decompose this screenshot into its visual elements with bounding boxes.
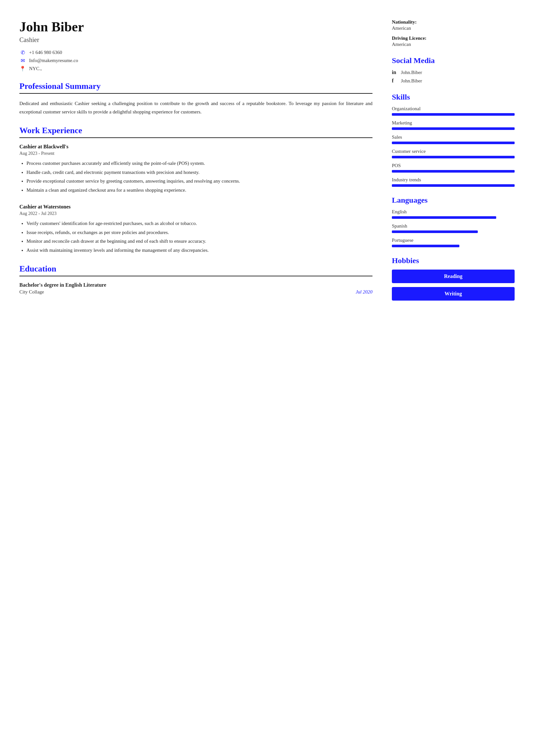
- location-item: 📍 NYC.,: [19, 66, 372, 72]
- job-2-dates: Aug 2022 - Jul 2023: [19, 211, 372, 216]
- candidate-name: John Biber: [19, 19, 372, 34]
- contact-list: ✆ +1 646 980 6360 ✉ Info@makemyresume.co…: [19, 49, 372, 72]
- lang-spanish-name: Spanish: [392, 223, 515, 229]
- skill-sales-bar: [392, 142, 515, 144]
- skill-customer-service-bar: [392, 156, 515, 158]
- skills-title: Skills: [392, 93, 515, 101]
- skill-organizational-name: Organizational: [392, 106, 515, 112]
- summary-section-title: Professional Summary: [19, 81, 372, 91]
- candidate-job-title: Cashier: [19, 36, 372, 44]
- linkedin-icon: in: [392, 69, 398, 75]
- lang-english: English: [392, 209, 515, 219]
- skill-industry-trends: Industry trends: [392, 177, 515, 187]
- work-experience-divider: [19, 137, 372, 138]
- edu-degree: Bachelor's degree in English Literature: [19, 282, 372, 288]
- nationality-label: Nationality:: [392, 19, 515, 25]
- location-value: NYC.,: [29, 66, 42, 71]
- skill-marketing: Marketing: [392, 120, 515, 130]
- hobby-reading: Reading: [392, 270, 515, 283]
- hobbies-section: Hobbies Reading Writing: [392, 256, 515, 301]
- facebook-icon: f: [392, 78, 398, 84]
- job-1-duty-3: Provide exceptional customer service by …: [27, 177, 372, 185]
- linkedin-value: John.Biber: [401, 70, 422, 75]
- skill-customer-service: Customer service: [392, 149, 515, 158]
- skill-pos: POS: [392, 163, 515, 173]
- email-item: ✉ Info@makemyresume.co: [19, 58, 372, 64]
- skill-industry-trends-bar: [392, 184, 515, 187]
- edu-school-row: City Collage Jul 2020: [19, 289, 372, 295]
- work-experience-section-title: Work Experience: [19, 126, 372, 135]
- phone-icon: ✆: [19, 49, 26, 56]
- job-2-duties: Verify customers' identification for age…: [27, 220, 372, 255]
- edu-date: Jul 2020: [356, 289, 372, 295]
- skill-customer-service-name: Customer service: [392, 149, 515, 154]
- summary-text: Dedicated and enthusiastic Cashier seeki…: [19, 99, 372, 116]
- skill-sales: Sales: [392, 134, 515, 144]
- facebook-item: f John.Biber: [392, 78, 515, 84]
- education-1: Bachelor's degree in English Literature …: [19, 282, 372, 295]
- facebook-value: John.Biber: [401, 78, 422, 84]
- lang-portuguese-bar: [392, 245, 459, 247]
- phone-value: +1 646 980 6360: [29, 50, 62, 55]
- nationality-value: American: [392, 26, 515, 31]
- skill-pos-bar: [392, 170, 515, 173]
- lang-spanish-bar: [392, 230, 478, 233]
- job-1-duty-1: Process customer purchases accurately an…: [27, 159, 372, 168]
- job-1-duty-4: Maintain a clean and organized checkout …: [27, 186, 372, 195]
- hobbies-title: Hobbies: [392, 256, 515, 265]
- skill-sales-name: Sales: [392, 134, 515, 140]
- driving-licence-label: Driving Licence:: [392, 36, 515, 41]
- job-1-dates: Aug 2023 - Present: [19, 151, 372, 156]
- job-2-duty-3: Monitor and reconcile cash drawer at the…: [27, 237, 372, 246]
- email-value: Info@makemyresume.co: [29, 58, 78, 63]
- job-1-duties: Process customer purchases accurately an…: [27, 159, 372, 194]
- social-media-title: Social Media: [392, 56, 515, 65]
- lang-portuguese: Portuguese: [392, 237, 515, 247]
- skill-pos-name: POS: [392, 163, 515, 168]
- languages-section: Languages English Spanish Portuguese: [392, 196, 515, 247]
- skills-section: Skills Organizational Marketing Sales Cu…: [392, 93, 515, 187]
- job-2: Cashier at Waterstones Aug 2022 - Jul 20…: [19, 204, 372, 255]
- skill-industry-trends-name: Industry trends: [392, 177, 515, 183]
- left-column: John Biber Cashier ✆ +1 646 980 6360 ✉ I…: [19, 19, 372, 737]
- skill-marketing-name: Marketing: [392, 120, 515, 126]
- lang-english-bar: [392, 216, 496, 219]
- right-column: Nationality: American Driving Licence: A…: [392, 19, 515, 737]
- job-2-duty-1: Verify customers' identification for age…: [27, 220, 372, 228]
- nationality-section: Nationality: American Driving Licence: A…: [392, 19, 515, 47]
- lang-portuguese-name: Portuguese: [392, 237, 515, 243]
- job-1-title: Cashier at Blackwell's: [19, 144, 372, 149]
- phone-item: ✆ +1 646 980 6360: [19, 49, 372, 56]
- edu-school: City Collage: [19, 289, 44, 295]
- education-section-title: Education: [19, 264, 372, 274]
- lang-spanish: Spanish: [392, 223, 515, 233]
- job-2-duty-2: Issue receipts, refunds, or exchanges as…: [27, 229, 372, 237]
- social-media-section: Social Media in John.Biber f John.Biber: [392, 56, 515, 84]
- driving-licence-value: American: [392, 42, 515, 47]
- job-1-duty-2: Handle cash, credit card, and electronic…: [27, 168, 372, 177]
- email-icon: ✉: [19, 58, 26, 64]
- resume-container: John Biber Cashier ✆ +1 646 980 6360 ✉ I…: [0, 0, 534, 756]
- summary-divider: [19, 93, 372, 94]
- job-1: Cashier at Blackwell's Aug 2023 - Presen…: [19, 144, 372, 194]
- lang-english-name: English: [392, 209, 515, 215]
- education-divider: [19, 276, 372, 276]
- skill-organizational-bar: [392, 113, 515, 116]
- job-2-title: Cashier at Waterstones: [19, 204, 372, 210]
- linkedin-item: in John.Biber: [392, 69, 515, 75]
- skill-organizational: Organizational: [392, 106, 515, 116]
- skill-marketing-bar: [392, 127, 515, 130]
- job-2-duty-4: Assist with maintaining inventory levels…: [27, 246, 372, 255]
- hobby-writing: Writing: [392, 287, 515, 301]
- languages-title: Languages: [392, 196, 515, 204]
- location-icon: 📍: [19, 66, 26, 72]
